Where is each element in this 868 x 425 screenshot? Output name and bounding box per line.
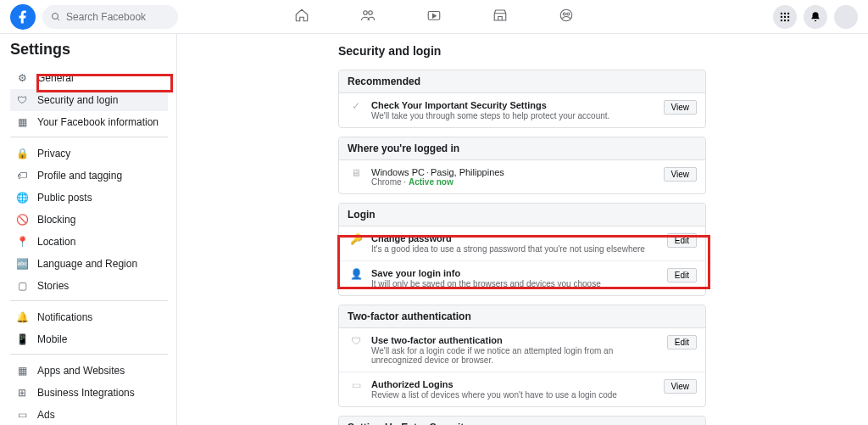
svg-point-6 [567, 13, 570, 15]
view-button[interactable]: View [664, 379, 698, 394]
svg-point-10 [781, 15, 782, 17]
item-sub: It's a good idea to use a strong passwor… [371, 244, 660, 254]
check-icon: ✓ [348, 100, 364, 112]
sidebar-item-label: Public posts [37, 192, 92, 204]
sidebar-item-label: Profile and tagging [37, 170, 122, 182]
svg-point-12 [787, 15, 789, 17]
sidebar-item-label: Business Integrations [37, 387, 135, 399]
globe-icon: 🌐 [15, 191, 29, 204]
nav-watch-icon[interactable] [426, 8, 442, 25]
mobile-icon: 📱 [15, 333, 29, 346]
monitor-icon: 🖥 [348, 167, 364, 179]
item-sub: We'll ask for a login code if we notice … [371, 346, 660, 365]
sidebar-item-blocking[interactable]: 🚫Blocking [10, 209, 168, 231]
sidebar-item-notifications[interactable]: 🔔Notifications [10, 306, 168, 328]
svg-point-14 [784, 19, 786, 20]
sidebar-item-label: Notifications [37, 311, 92, 323]
sidebar-item-info[interactable]: ▦Your Facebook information [10, 111, 168, 133]
section-two-factor: Two-factor authentication 🛡 Use two-fact… [338, 305, 706, 407]
sidebar-item-label: Your Facebook information [37, 116, 159, 128]
item-sub: We'll take you through some steps to hel… [371, 111, 657, 120]
view-button[interactable]: View [664, 100, 698, 115]
section-header: Where you're logged in [339, 137, 705, 160]
sidebar-item-mobile[interactable]: 📱Mobile [10, 328, 168, 350]
facebook-logo[interactable] [10, 4, 36, 30]
lang-icon: 🔤 [15, 257, 29, 271]
nav-marketplace-icon[interactable] [492, 8, 508, 25]
device-name: Windows PC [371, 167, 425, 177]
notifications-icon[interactable] [804, 5, 827, 29]
section-extra: Setting Up Extra Security 🔔 Get alerts a… [338, 416, 706, 425]
svg-point-4 [560, 9, 572, 21]
menu-grid-icon[interactable] [773, 5, 797, 29]
sidebar-item-label: General [37, 72, 74, 84]
svg-point-11 [784, 15, 786, 17]
sidebar-item-general[interactable]: ⚙General [10, 67, 168, 89]
sidebar-item-label: Security and login [37, 94, 118, 106]
apps-icon: ▦ [15, 364, 29, 377]
nav-groups-icon[interactable] [559, 8, 574, 25]
edit-button[interactable]: Edit [667, 233, 697, 248]
sidebar-item-language[interactable]: 🔤Language and Region [10, 253, 168, 275]
shield-icon: 🛡 [15, 93, 29, 107]
section-header: Login [339, 204, 705, 226]
sidebar-item-label: Apps and Websites [37, 365, 125, 377]
sidebar-item-label: Stories [37, 280, 69, 292]
nav-home-icon[interactable] [294, 8, 309, 25]
sidebar-title: Settings [10, 41, 176, 59]
sidebar-item-label: Mobile [37, 333, 67, 345]
sidebar-item-profile[interactable]: 🏷Profile and tagging [10, 165, 168, 187]
lock-icon: 🔒 [15, 147, 29, 160]
gear-icon: ⚙ [15, 71, 29, 85]
device-location: Pasig, Philippines [431, 167, 504, 177]
sidebar-item-stories[interactable]: ▢Stories [10, 275, 168, 297]
search-icon [51, 12, 61, 22]
item-title: Save your login info [371, 268, 660, 278]
nav-friends-icon[interactable] [360, 8, 376, 25]
avatar[interactable] [834, 5, 858, 29]
sidebar-item-label: Location [37, 236, 75, 248]
edit-button[interactable]: Edit [667, 268, 697, 282]
sidebar-item-location[interactable]: 📍Location [10, 231, 168, 253]
sidebar-item-label: Blocking [37, 214, 75, 226]
svg-point-1 [364, 11, 368, 15]
sidebar-item-label: Ads [37, 409, 55, 421]
item-sub: Review a list of devices where you won't… [371, 390, 657, 400]
ads-icon: ▭ [15, 408, 29, 422]
item-title: Use two-factor authentication [371, 335, 660, 345]
section-header: Setting Up Extra Security [339, 417, 705, 425]
item-sub: It will only be saved on the browsers an… [371, 279, 660, 288]
item-title: Check Your Important Security Settings [371, 100, 657, 110]
business-icon: ⊞ [15, 386, 29, 400]
sidebar-item-label: Language and Region [37, 258, 137, 270]
block-icon: 🚫 [15, 213, 29, 226]
sidebar-item-ads[interactable]: ▭Ads [10, 404, 168, 425]
sidebar-item-security[interactable]: 🛡Security and login [10, 89, 168, 111]
sidebar-item-privacy[interactable]: 🔒Privacy [10, 143, 168, 165]
sidebar-item-apps[interactable]: ▦Apps and Websites [10, 360, 168, 382]
tag-icon: 🏷 [15, 169, 29, 182]
page-title: Security and login [338, 44, 868, 58]
view-button[interactable]: View [664, 167, 698, 182]
section-recommended: Recommended ✓ Check Your Important Secur… [338, 70, 706, 128]
sidebar-item-label: Privacy [37, 148, 70, 159]
pin-icon: 📍 [15, 235, 29, 249]
svg-point-9 [787, 12, 789, 14]
screen-icon: ▭ [348, 379, 364, 391]
search-input-wrap[interactable] [42, 5, 178, 29]
device-browser: Chrome [371, 177, 402, 187]
sidebar-item-public[interactable]: 🌐Public posts [10, 187, 168, 209]
item-title: Authorized Logins [371, 379, 657, 389]
shield-icon: 🛡 [348, 335, 364, 347]
device-status: Active now [409, 177, 453, 187]
sidebar-item-business[interactable]: ⊞Business Integrations [10, 382, 168, 404]
stories-icon: ▢ [15, 279, 29, 293]
section-header: Two-factor authentication [339, 305, 705, 328]
key-icon: 🔑 [348, 233, 364, 245]
svg-point-5 [563, 13, 565, 15]
svg-point-15 [787, 19, 789, 20]
search-input[interactable] [66, 11, 170, 23]
section-login: Login 🔑 Change password It's a good idea… [338, 203, 706, 296]
user-icon: 👤 [348, 268, 364, 280]
edit-button[interactable]: Edit [667, 335, 697, 350]
